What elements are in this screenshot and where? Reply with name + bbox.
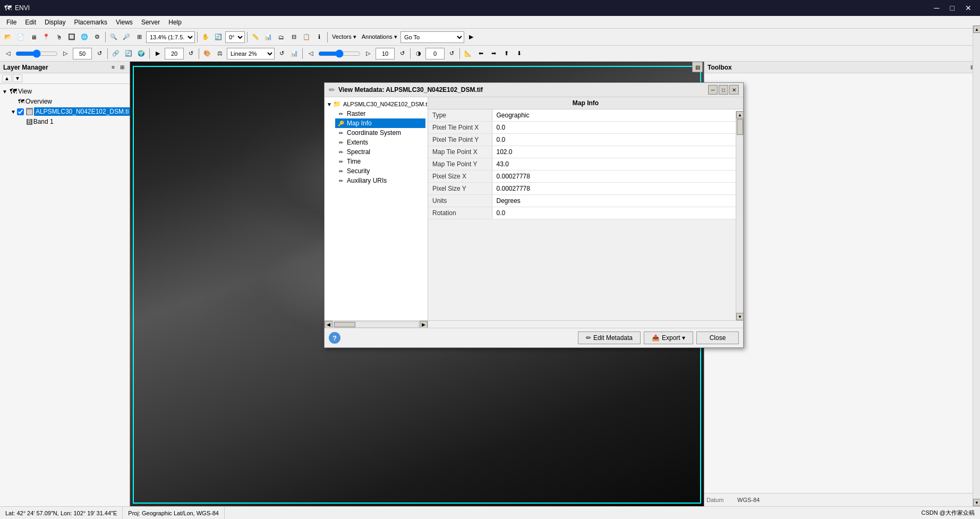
anim-refresh[interactable]: ↺ — [185, 47, 197, 60]
display-button[interactable]: 🖥 — [28, 31, 39, 44]
help-button[interactable]: ? — [329, 332, 340, 344]
opacity-value[interactable] — [425, 48, 445, 59]
stretch-combo[interactable]: Linear 2% — [227, 48, 275, 59]
play-button[interactable]: ▶ — [152, 47, 164, 60]
brightness-increase[interactable]: ▷ — [59, 47, 71, 60]
nav-btn4[interactable]: ⬇ — [513, 47, 525, 60]
info-button[interactable]: ℹ — [313, 31, 325, 44]
tree-node-view[interactable]: ▼ 🗺 View — [2, 86, 127, 97]
pan-button[interactable]: ✋ — [200, 31, 211, 44]
color-balance-button[interactable]: ⚖ — [214, 47, 226, 60]
measure-button[interactable]: 📏 — [250, 31, 261, 44]
edit-metadata-button[interactable]: ✏ Edit Metadata — [578, 331, 641, 344]
zoom-extent-button[interactable]: ⊞ — [133, 31, 145, 44]
tree-item-security[interactable]: ✏ Security — [335, 166, 425, 176]
vectors-button[interactable]: Vectors ▾ — [330, 31, 359, 44]
open-file-button[interactable]: 📂 — [2, 31, 14, 44]
menu-file[interactable]: File — [2, 18, 21, 27]
tree-item-extents[interactable]: ✏ Extents — [335, 138, 425, 147]
profile-button[interactable]: 📊 — [262, 31, 274, 44]
refresh-button[interactable]: 🔄 — [212, 31, 224, 44]
view-expand-icon[interactable]: ▼ — [2, 89, 8, 95]
tree-item-coordsys[interactable]: ✏ Coordinate System — [335, 128, 425, 138]
nav-btn3[interactable]: ⬆ — [500, 47, 512, 60]
stretch-refresh[interactable]: ↺ — [276, 47, 287, 60]
close-button[interactable]: ✕ — [961, 3, 976, 13]
tool1[interactable]: 🖱 — [53, 31, 65, 44]
hscroll-thumb[interactable] — [334, 322, 355, 327]
grid-button[interactable]: ⊟ — [288, 31, 300, 44]
content-scroll-up[interactable]: ▲ — [736, 111, 744, 118]
dialog-minimize-button[interactable]: ─ — [708, 85, 718, 95]
menu-display[interactable]: Display — [40, 18, 70, 27]
table-button[interactable]: 📋 — [301, 31, 312, 44]
toolbox-content[interactable] — [704, 73, 980, 493]
lm-expand-button[interactable]: ≡ — [109, 63, 117, 71]
layer-expand[interactable]: ▼ — [11, 109, 16, 115]
nav-btn2[interactable]: ➡ — [488, 47, 499, 60]
geo-button[interactable]: 🌍 — [135, 47, 147, 60]
goto-combo[interactable]: Go To — [400, 31, 464, 43]
brightness-value[interactable]: 50 — [73, 48, 92, 59]
histogram-button[interactable]: 📊 — [288, 47, 300, 60]
zoom-out-button[interactable]: 🔎 — [121, 31, 132, 44]
menu-server[interactable]: Server — [137, 18, 164, 27]
layer-checkbox[interactable] — [17, 108, 24, 115]
menu-views[interactable]: Views — [112, 18, 137, 27]
dialog-maximize-button[interactable]: □ — [719, 85, 728, 95]
tool4[interactable]: ⚙ — [91, 31, 103, 44]
tree-node-band[interactable]: B Band 1 — [19, 117, 127, 126]
tree-item-spectral[interactable]: ✏ Spectral — [335, 147, 425, 157]
minimize-button[interactable]: ─ — [930, 3, 944, 13]
tree-item-aux-uris[interactable]: ✏ Auxiliary URIs — [335, 176, 425, 185]
zoom-combo[interactable]: 13.4% (1:7.5. — [146, 31, 195, 43]
lm-dock-button[interactable]: ⊞ — [118, 63, 126, 71]
menu-edit[interactable]: Edit — [21, 18, 40, 27]
tree-hscroll-area[interactable]: ◀ ▶ — [325, 321, 428, 328]
annotations-button[interactable]: Annotations ▾ — [360, 31, 399, 44]
maximize-button[interactable]: □ — [946, 3, 959, 13]
rotation-combo[interactable]: 0° — [225, 31, 245, 43]
ruler-button[interactable]: 📐 — [462, 47, 474, 60]
frame-value[interactable] — [165, 48, 184, 59]
zoom-button[interactable]: 🔍 — [108, 31, 120, 44]
brightness-refresh[interactable]: ↺ — [93, 47, 105, 60]
contrast-refresh[interactable]: ↺ — [396, 47, 408, 60]
brightness-slider[interactable] — [15, 49, 58, 58]
content-scrollbar[interactable]: ▲ ▼ — [736, 111, 743, 320]
contrast-value[interactable]: 20 — [376, 48, 395, 59]
tree-item-mapinfo[interactable]: 🔑 Map Info — [335, 118, 425, 128]
tree-node-overview[interactable]: 🗺 Overview — [11, 97, 127, 106]
sync-button[interactable]: 🔄 — [123, 47, 134, 60]
dialog-close-button[interactable]: ✕ — [729, 85, 739, 95]
menu-help[interactable]: Help — [164, 18, 186, 27]
enhance-button[interactable]: 🎨 — [201, 47, 213, 60]
link-button[interactable]: 🔗 — [110, 47, 122, 60]
scroll-down-arrow[interactable]: ▼ — [973, 499, 980, 506]
tool2[interactable]: 🔲 — [66, 31, 78, 44]
export-button[interactable]: 📤 Export ▾ — [644, 331, 693, 344]
content-scroll-down[interactable]: ▼ — [736, 313, 744, 320]
contrast-increase[interactable]: ▷ — [362, 47, 374, 60]
overlay-button[interactable]: 🗂 — [275, 31, 287, 44]
menu-placemarks[interactable]: Placemarks — [70, 18, 112, 27]
placemark-button[interactable]: 📍 — [40, 31, 52, 44]
lm-expand-all[interactable]: ▼ — [13, 74, 22, 82]
toolbox-scrollbar[interactable]: ▲ ▼ — [973, 25, 980, 506]
brightness-decrease[interactable]: ◁ — [2, 47, 14, 60]
opacity-refresh[interactable]: ↺ — [446, 47, 457, 60]
content-scrollbar-thumb[interactable] — [737, 119, 743, 135]
lm-collapse-all[interactable]: ▲ — [2, 74, 12, 82]
dialog-tree-root[interactable]: ▼ 📁 ALPSMLC30_N042E102_DSM.tif — [327, 99, 425, 109]
tree-node-layer[interactable]: ▼ ▦ ALPSMLC30_N042E102_DSM.ti — [11, 106, 127, 117]
contrast-slider[interactable] — [318, 49, 361, 58]
scroll-up-arrow[interactable]: ▲ — [973, 25, 980, 33]
hscroll-left-arrow[interactable]: ◀ — [325, 321, 333, 328]
hscroll-right-arrow[interactable]: ▶ — [420, 321, 428, 328]
goto-execute-button[interactable]: ▶ — [465, 31, 477, 44]
tree-item-time[interactable]: ✏ Time — [335, 157, 425, 166]
nav-btn1[interactable]: ⬅ — [475, 47, 487, 60]
contrast-decrease[interactable]: ◁ — [305, 47, 317, 60]
close-dialog-button[interactable]: Close — [696, 331, 739, 344]
tool3[interactable]: 🌐 — [79, 31, 90, 44]
